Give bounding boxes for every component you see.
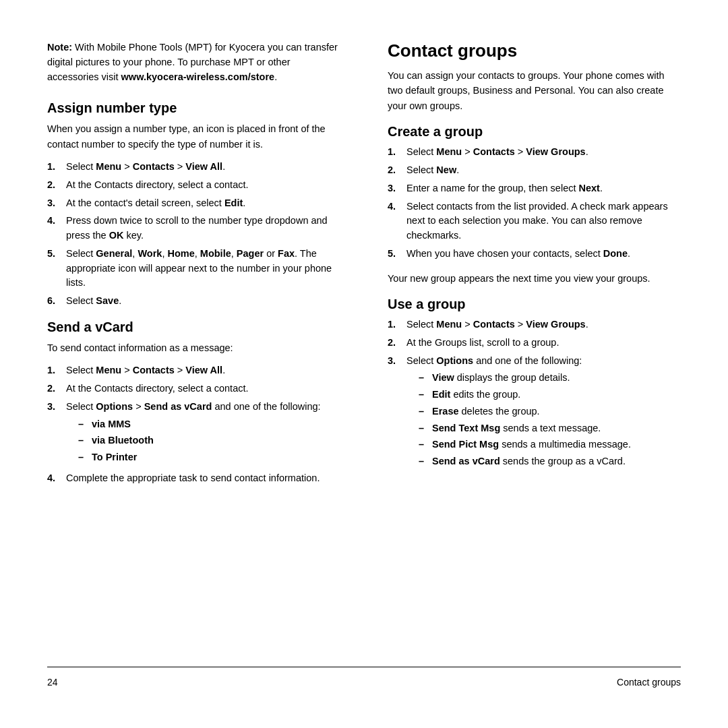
right-column: Contact groups You can assign your conta… (381, 40, 681, 667)
list-item: 5. Select General, Work, Home, Mobile, P… (47, 247, 340, 291)
list-item: 4. Select contacts from the list provide… (388, 200, 681, 243)
list-item: 3. Select Options and one of the followi… (388, 354, 681, 472)
list-item: 1. Select Menu > Contacts > View Groups. (388, 145, 681, 160)
sub-text: Edit edits the group. (432, 388, 681, 402)
list-item: 2. Select New. (388, 163, 681, 178)
step-text: Select New. (406, 163, 681, 178)
step-text: Select Options and one of the following:… (406, 354, 681, 472)
left-column: Note: With Mobile Phone Tools (MPT) for … (47, 40, 354, 667)
sub-text: via MMS (92, 417, 340, 432)
step-text: At the Groups list, scroll to a group. (406, 336, 681, 351)
step-text: Select Menu > Contacts > View Groups. (406, 317, 681, 332)
step-num: 1. (388, 145, 406, 160)
assign-number-type-list: 1. Select Menu > Contacts > View All. 2.… (47, 160, 340, 309)
sub-text: View displays the group details. (432, 371, 681, 386)
footer-rule (47, 667, 681, 667)
step-text: Enter a name for the group, then select … (406, 181, 681, 196)
step-num: 2. (47, 178, 66, 193)
step-num: 5. (388, 247, 406, 262)
sub-text: Erase deletes the group. (432, 404, 681, 419)
assign-number-type-section: Assign number type When you assign a num… (47, 100, 340, 309)
step-text: Select Menu > Contacts > View All. (66, 160, 340, 175)
step-text: Select General, Work, Home, Mobile, Page… (66, 247, 340, 291)
step-text: Select contacts from the list provided. … (406, 200, 681, 243)
step-num: 4. (47, 471, 66, 486)
use-group-sublist: – View displays the group details. – Edi… (419, 371, 681, 469)
send-vcard-list: 1. Select Menu > Contacts > View All. 2.… (47, 363, 340, 485)
sub-text: To Printer (92, 450, 340, 465)
step-num: 2. (47, 382, 66, 396)
step-num: 1. (47, 160, 66, 175)
step-text: At the contact's detail screen, select E… (66, 196, 340, 211)
footer: 24 Contact groups (47, 673, 681, 688)
note-bold: Note: (47, 42, 72, 53)
content-area: Note: With Mobile Phone Tools (MPT) for … (47, 40, 681, 667)
note-link: www.kyocera-wireless.com/store (121, 71, 275, 82)
create-group-section: Create a group 1. Select Menu > Contacts… (388, 124, 681, 286)
send-vcard-body: To send contact information as a message… (47, 340, 340, 355)
dash: – (419, 404, 432, 419)
step-num: 2. (388, 163, 406, 178)
step-text: When you have chosen your contacts, sele… (406, 247, 681, 262)
step-text: Select Options > Send as vCard and one o… (66, 400, 340, 468)
step-num: 6. (47, 294, 66, 309)
vcard-sublist: – via MMS – via Bluetooth – To Printer (78, 417, 340, 465)
page-number: 24 (47, 677, 58, 688)
list-item: 1. Select Menu > Contacts > View All. (47, 160, 340, 175)
list-item: 4. Press down twice to scroll to the num… (47, 214, 340, 243)
step-num: 3. (47, 400, 66, 415)
step-num: 3. (388, 181, 406, 196)
sub-list-item: – View displays the group details. (419, 371, 681, 386)
assign-number-type-body: When you assign a number type, an icon i… (47, 121, 340, 152)
assign-number-type-title: Assign number type (47, 100, 340, 116)
list-item: 1. Select Menu > Contacts > View All. (47, 363, 340, 378)
step-num: 2. (388, 336, 406, 351)
step-text: Select Menu > Contacts > View Groups. (406, 145, 681, 160)
sub-list-item: – Send as vCard sends the group as a vCa… (419, 454, 681, 469)
sub-text: Send Pict Msg sends a multimedia message… (432, 437, 681, 452)
step-num: 5. (47, 247, 66, 262)
sub-list-item: – Send Pict Msg sends a multimedia messa… (419, 437, 681, 452)
sub-list-item: – Erase deletes the group. (419, 404, 681, 419)
dash: – (419, 371, 432, 386)
list-item: 5. When you have chosen your contacts, s… (388, 247, 681, 262)
create-group-list: 1. Select Menu > Contacts > View Groups.… (388, 145, 681, 261)
dash: – (78, 433, 92, 448)
sub-text: Send as vCard sends the group as a vCard… (432, 454, 681, 469)
contact-groups-body: You can assign your contacts to groups. … (388, 68, 681, 113)
step-num: 4. (47, 214, 66, 229)
use-group-list: 1. Select Menu > Contacts > View Groups.… (388, 317, 681, 472)
create-group-title: Create a group (388, 124, 681, 140)
step-text: At the Contacts directory, select a cont… (66, 178, 340, 193)
dash: – (78, 417, 92, 432)
sub-list-item: – via MMS (78, 417, 340, 432)
footer-divider: 24 Contact groups (47, 667, 681, 688)
sub-list-item: – Send Text Msg sends a text message. (419, 421, 681, 436)
send-vcard-section: Send a vCard To send contact information… (47, 320, 340, 486)
list-item: 2. At the Contacts directory, select a c… (47, 178, 340, 193)
footer-section-label: Contact groups (617, 677, 681, 688)
dash: – (419, 421, 432, 436)
send-vcard-title: Send a vCard (47, 320, 340, 335)
list-item: 3. Enter a name for the group, then sele… (388, 181, 681, 196)
step-text: Press down twice to scroll to the number… (66, 214, 340, 243)
step-text: Select Save. (66, 294, 340, 309)
dash: – (78, 450, 92, 465)
step-num: 3. (47, 196, 66, 211)
step-num: 3. (388, 354, 406, 369)
dash: – (419, 437, 432, 452)
step-num: 1. (388, 317, 406, 332)
sub-text: via Bluetooth (92, 433, 340, 448)
dash: – (419, 454, 432, 469)
list-item: 4. Complete the appropriate task to send… (47, 471, 340, 486)
list-item: 2. At the Contacts directory, select a c… (47, 382, 340, 396)
list-item: 1. Select Menu > Contacts > View Groups. (388, 317, 681, 332)
step-text: At the Contacts directory, select a cont… (66, 382, 340, 396)
note-block: Note: With Mobile Phone Tools (MPT) for … (47, 40, 340, 84)
list-item: 6. Select Save. (47, 294, 340, 309)
step-num: 1. (47, 363, 66, 378)
sub-list-item: – To Printer (78, 450, 340, 465)
sub-list-item: – via Bluetooth (78, 433, 340, 448)
step-num: 4. (388, 200, 406, 214)
dash: – (419, 388, 432, 402)
